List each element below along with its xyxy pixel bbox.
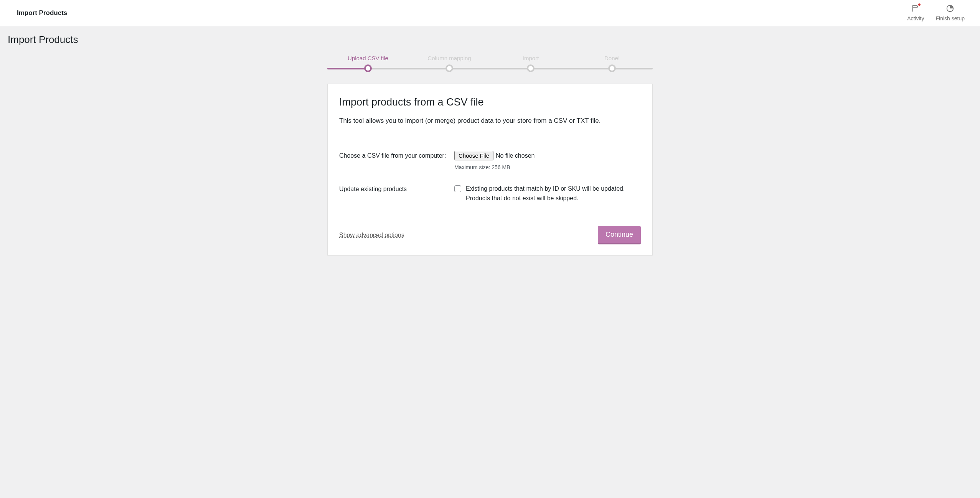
file-input-row: Choose File No file chosen: [454, 151, 641, 160]
show-advanced-link[interactable]: Show advanced options: [339, 232, 404, 239]
card-header: Import products from a CSV file This too…: [328, 84, 652, 139]
file-row: Choose a CSV file from your computer: Ch…: [339, 151, 641, 170]
top-bar: Import Products Activity Finish setup: [0, 0, 980, 26]
card-body: Choose a CSV file from your computer: Ch…: [328, 139, 652, 215]
import-card: Import products from a CSV file This too…: [327, 84, 653, 256]
checkbox-row: Existing products that match by ID or SK…: [454, 184, 641, 203]
step-dot-icon: [527, 64, 535, 72]
step-label: Import: [523, 55, 539, 61]
card-description: This tool allows you to import (or merge…: [339, 116, 641, 126]
notification-dot-icon: [918, 3, 921, 6]
finish-setup-label: Finish setup: [936, 15, 965, 21]
card-footer: Show advanced options Continue: [328, 215, 652, 255]
page-heading: Import Products: [0, 26, 980, 55]
step-label: Column mapping: [427, 55, 471, 61]
step-upload: Upload CSV file: [327, 55, 409, 72]
file-label: Choose a CSV file from your computer:: [339, 151, 447, 170]
progress-steps: Upload CSV file Column mapping Import Do…: [327, 55, 653, 72]
update-row: Update existing products Existing produc…: [339, 184, 641, 203]
file-status: No file chosen: [496, 152, 535, 159]
step-done: Done!: [571, 55, 653, 72]
continue-button[interactable]: Continue: [598, 226, 641, 244]
step-dot-icon: [364, 64, 372, 72]
step-label: Done!: [604, 55, 620, 61]
update-label: Update existing products: [339, 184, 447, 203]
wizard-container: Upload CSV file Column mapping Import Do…: [327, 55, 653, 256]
step-dot-icon: [445, 64, 453, 72]
step-label: Upload CSV file: [348, 55, 388, 61]
top-bar-title: Import Products: [17, 9, 67, 17]
file-hint: Maximum size: 256 MB: [454, 164, 641, 170]
update-description: Existing products that match by ID or SK…: [466, 184, 641, 203]
finish-setup-button[interactable]: Finish setup: [936, 4, 965, 21]
file-control: Choose File No file chosen Maximum size:…: [454, 151, 641, 170]
activity-button[interactable]: Activity: [907, 4, 924, 21]
step-dot-icon: [608, 64, 616, 72]
activity-label: Activity: [907, 15, 924, 21]
update-existing-checkbox[interactable]: [454, 185, 461, 192]
progress-circle-icon: [946, 4, 954, 14]
step-mapping: Column mapping: [409, 55, 490, 72]
top-bar-actions: Activity Finish setup: [907, 4, 965, 21]
update-control: Existing products that match by ID or SK…: [454, 184, 641, 203]
step-import: Import: [490, 55, 571, 72]
flag-icon: [911, 4, 920, 14]
card-title: Import products from a CSV file: [339, 96, 641, 108]
choose-file-button[interactable]: Choose File: [454, 151, 493, 160]
